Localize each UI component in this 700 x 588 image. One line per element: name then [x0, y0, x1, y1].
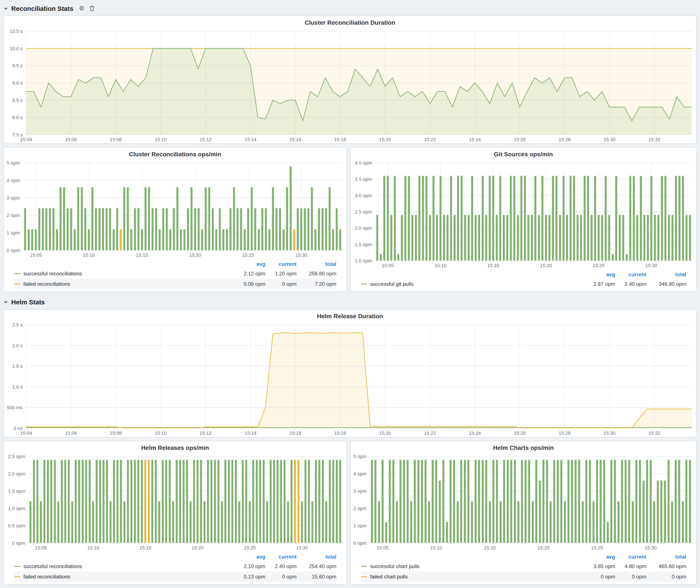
svg-text:15:10: 15:10 — [155, 430, 167, 436]
panel-row-reconciliation: Cluster Reconciliations ops/min 15:0515:… — [3, 147, 697, 292]
svg-text:15:25: 15:25 — [244, 545, 256, 551]
legend-value: 0 opm — [265, 281, 297, 287]
legend-value: 2.10 opm — [222, 563, 265, 569]
chart-helm-release-duration[interactable]: 15:0415:0615:0815:1015:1215:1415:1615:18… — [4, 320, 696, 437]
legend-col-total[interactable]: total — [646, 554, 686, 560]
svg-text:15:06: 15:06 — [65, 430, 77, 436]
svg-text:15:08: 15:08 — [110, 430, 122, 436]
legend-value: 2.40 opm — [265, 563, 297, 569]
legend-col-avg[interactable]: avg — [572, 271, 615, 278]
panel-title[interactable]: Helm Charts ops/min — [351, 441, 696, 452]
legend-row: failed chart pulls0 opm0 opm0 opm — [361, 572, 686, 582]
legend-value: 256.80 opm — [297, 271, 336, 277]
chart-cluster-reconciliation-duration[interactable]: 15:0415:0615:0815:1015:1215:1415:1615:18… — [4, 27, 696, 143]
svg-text:10.0 s: 10.0 s — [10, 46, 23, 51]
legend-row: successful git pulls2.87 opm2.40 opm346.… — [361, 279, 686, 289]
legend-value: 2.87 opm — [572, 281, 615, 287]
section-helm-stats[interactable]: Helm Stats — [3, 296, 697, 307]
legend-value: 4.80 opm — [615, 563, 646, 569]
svg-text:0 opm: 0 opm — [7, 248, 20, 253]
svg-text:2 opm: 2 opm — [353, 506, 367, 511]
panel-git-sources-opm: Git Sources ops/min 15:0515:1015:1515:20… — [350, 147, 697, 292]
chart-git-sources-opm[interactable]: 15:0515:1015:1515:2015:2515:301.0 opm1.5… — [351, 158, 696, 269]
panel-row-helm: Helm Releases ops/min 15:0515:1015:1515:… — [3, 441, 697, 585]
series-label[interactable]: failed reconciliations — [14, 281, 222, 287]
svg-text:15:10: 15:10 — [155, 137, 167, 142]
svg-text:15:20: 15:20 — [192, 545, 203, 551]
svg-text:15:30: 15:30 — [645, 545, 657, 551]
series-label[interactable]: successful chart pulls — [361, 563, 572, 569]
svg-text:3.5 opm: 3.5 opm — [355, 176, 372, 182]
legend-value: 0 opm — [615, 574, 646, 580]
svg-text:15:18: 15:18 — [334, 137, 346, 142]
svg-text:15:32: 15:32 — [648, 430, 660, 436]
svg-text:500 ms: 500 ms — [7, 405, 23, 410]
legend-col-current[interactable]: current — [615, 554, 646, 560]
legend-value: 2.40 opm — [615, 281, 646, 287]
svg-text:1.0 opm: 1.0 opm — [8, 506, 25, 511]
section-reconciliation-stats[interactable]: Reconciliation Stats ⚙ — [3, 3, 697, 14]
svg-text:15:15: 15:15 — [487, 263, 499, 268]
svg-text:2.0 s: 2.0 s — [12, 343, 23, 348]
chart-helm-charts-opm[interactable]: 15:0515:1015:1515:2015:2515:300 opm1 opm… — [351, 452, 696, 552]
panel-title[interactable]: Helm Release Duration — [4, 310, 696, 320]
svg-text:15:25: 15:25 — [591, 545, 603, 551]
legend-col-current[interactable]: current — [265, 554, 297, 560]
svg-text:15:15: 15:15 — [139, 545, 151, 551]
panel-helm-release-duration: Helm Release Duration 15:0415:0615:0815:… — [3, 309, 697, 437]
panel-title[interactable]: Cluster Reconciliation Duration — [4, 16, 696, 27]
svg-text:15:10: 15:10 — [83, 252, 95, 258]
legend-header: avgcurrenttotal — [361, 552, 686, 561]
svg-text:15:14: 15:14 — [245, 430, 256, 436]
chart-cluster-reconciliations-opm[interactable]: 15:0515:1015:1515:2015:2515:300 opm1 opm… — [4, 158, 346, 259]
svg-text:5 opm: 5 opm — [353, 454, 367, 459]
svg-text:15:20: 15:20 — [540, 263, 552, 268]
gear-icon[interactable]: ⚙ — [79, 5, 84, 11]
series-label[interactable]: successful reconciliations — [14, 563, 222, 569]
svg-text:15:26: 15:26 — [514, 430, 526, 436]
legend-row: failed reconciliations0.13 opm0 opm15.60… — [14, 572, 336, 582]
series-color-marker — [14, 566, 20, 567]
series-label[interactable]: failed reconciliations — [14, 574, 222, 580]
chevron-down-icon[interactable] — [3, 6, 8, 11]
panel-title[interactable]: Helm Releases ops/min — [4, 441, 346, 452]
legend-value: 254.40 opm — [297, 563, 336, 569]
legend-col-total[interactable]: total — [646, 271, 686, 278]
legend-value: 3.85 opm — [572, 563, 615, 569]
legend-col-current[interactable]: current — [265, 261, 297, 267]
legend-col-total[interactable]: total — [297, 261, 336, 267]
svg-text:15:20: 15:20 — [379, 137, 391, 142]
svg-text:2.5 opm: 2.5 opm — [8, 454, 25, 459]
section-title[interactable]: Reconciliation Stats — [11, 5, 73, 12]
legend-value: 2.12 opm — [222, 271, 265, 277]
chevron-down-icon[interactable] — [3, 299, 8, 304]
legend-row: failed reconciliations0.06 opm0 opm7.20 … — [14, 279, 336, 289]
section-title[interactable]: Helm Stats — [11, 298, 45, 305]
panel-helm-releases-opm: Helm Releases ops/min 15:0515:1015:1515:… — [3, 441, 347, 585]
legend-col-current[interactable]: current — [615, 271, 646, 278]
svg-text:0 opm: 0 opm — [353, 540, 367, 546]
chart-helm-releases-opm[interactable]: 15:0515:1015:1515:2015:2515:300 opm0.5 o… — [4, 452, 346, 552]
panel-cluster-reconciliation-duration: Cluster Reconciliation Duration 15:0415:… — [3, 16, 697, 144]
legend-col-avg[interactable]: avg — [222, 554, 265, 560]
svg-text:4 opm: 4 opm — [7, 178, 20, 183]
svg-text:5 opm: 5 opm — [7, 160, 20, 166]
panel-title[interactable]: Cluster Reconciliations ops/min — [4, 148, 346, 158]
svg-text:2 opm: 2 opm — [7, 213, 20, 218]
series-label[interactable]: failed chart pulls — [361, 574, 572, 580]
legend-col-total[interactable]: total — [297, 554, 336, 560]
svg-text:8.0 s: 8.0 s — [12, 115, 23, 120]
svg-text:4 opm: 4 opm — [353, 471, 367, 477]
series-label[interactable]: successful reconciliations — [14, 271, 222, 277]
legend-value: 7.20 opm — [297, 281, 336, 287]
legend-row: successful reconciliations2.10 opm2.40 o… — [14, 561, 336, 572]
panel-title[interactable]: Git Sources ops/min — [351, 148, 696, 158]
legend-col-avg[interactable]: avg — [222, 261, 265, 267]
svg-text:15:25: 15:25 — [593, 263, 605, 268]
trash-icon[interactable] — [89, 5, 95, 11]
series-label[interactable]: successful git pulls — [361, 281, 572, 287]
legend-value: 15.60 opm — [297, 574, 336, 580]
svg-text:0.5 opm: 0.5 opm — [8, 523, 25, 528]
svg-text:15:26: 15:26 — [514, 137, 526, 142]
legend-col-avg[interactable]: avg — [572, 554, 615, 560]
